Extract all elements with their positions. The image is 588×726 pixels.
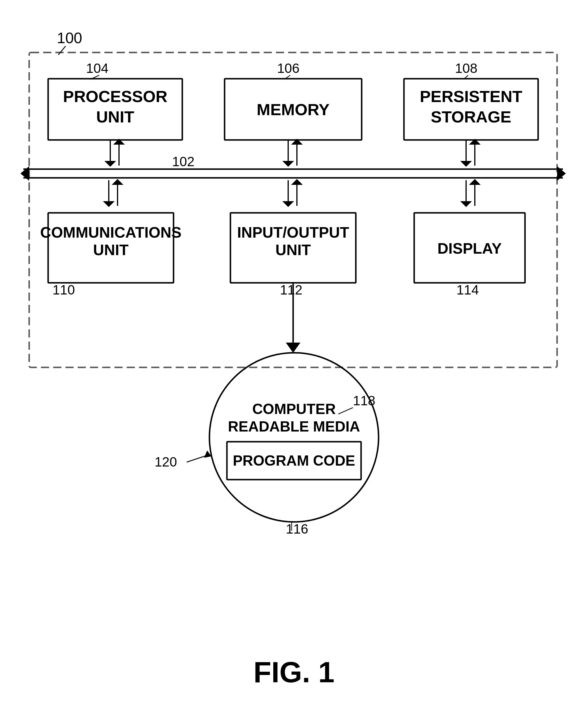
display-label: DISPLAY [438, 240, 502, 257]
svg-marker-34 [282, 201, 294, 207]
persistent-label: PERSISTENT [420, 87, 522, 106]
computer-readable-label: COMPUTER [252, 401, 336, 417]
io-label: INPUT/OUTPUT [237, 224, 349, 241]
memory-label: MEMORY [257, 100, 330, 119]
figure-label: FIG. 1 [253, 656, 335, 688]
ref-102: 102 [172, 154, 194, 169]
svg-marker-40 [469, 179, 481, 185]
ref-120: 120 [154, 454, 177, 469]
svg-line-1 [58, 46, 66, 55]
svg-marker-32 [112, 179, 123, 185]
io-unit-label: UNIT [275, 241, 311, 258]
communications-label: COMMUNICATIONS [40, 224, 182, 241]
svg-marker-36 [291, 179, 303, 185]
program-code-label: PROGRAM CODE [233, 452, 355, 469]
ref-114: 114 [457, 282, 479, 297]
ref-118: 118 [353, 393, 375, 408]
ref-110: 110 [52, 282, 75, 297]
storage-label: STORAGE [431, 108, 511, 126]
ref-116: 116 [286, 521, 308, 536]
svg-marker-11 [104, 161, 116, 167]
svg-point-43 [209, 353, 379, 522]
processor-unit-label: PROCESSOR [63, 87, 167, 106]
ref-100-label: 100 [57, 29, 82, 46]
ref-112: 112 [280, 282, 302, 297]
ref-108: 108 [455, 61, 478, 76]
unit-label: UNIT [93, 241, 129, 258]
readable-media-label: READABLE MEDIA [228, 419, 360, 435]
svg-marker-15 [282, 161, 294, 167]
svg-marker-30 [103, 201, 114, 207]
svg-marker-38 [460, 201, 472, 207]
svg-marker-19 [460, 161, 472, 167]
ref-106: 106 [277, 61, 299, 76]
processor-unit-label2: UNIT [96, 108, 134, 126]
ref-104: 104 [86, 61, 108, 76]
svg-line-44 [338, 408, 353, 414]
svg-marker-42 [286, 343, 300, 353]
